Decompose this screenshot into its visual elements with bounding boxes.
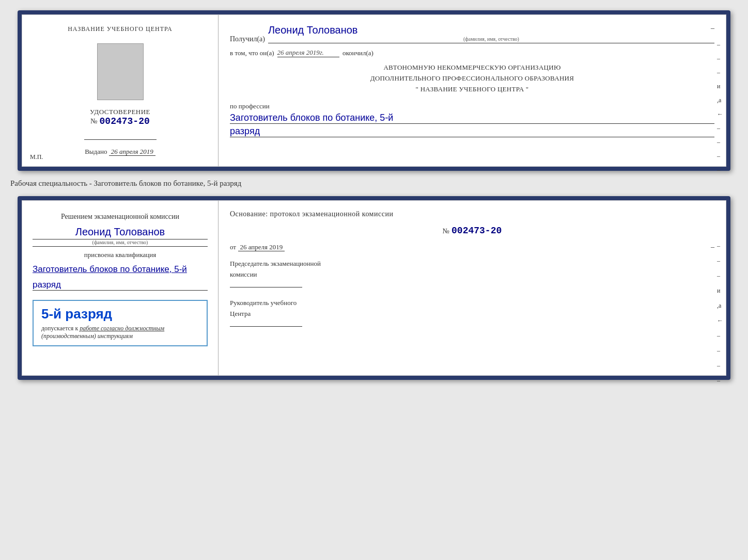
from-dash: –	[711, 243, 714, 251]
cert1-issued-line: Выдано 26 апреля 2019	[85, 148, 155, 156]
cert1-signature-line	[84, 139, 157, 140]
cert1-number-value: 002473-20	[100, 116, 150, 126]
photo-placeholder	[97, 43, 144, 100]
cert1-left-panel: НАЗВАНИЕ УЧЕБНОГО ЦЕНТРА УДОСТОВЕРЕНИЕ №…	[22, 15, 219, 166]
fio-sublabel: (фамилия, имя, отчество)	[268, 36, 714, 42]
head-label2: Центра	[230, 309, 714, 319]
rank-value: разряд	[230, 126, 714, 137]
separator-label: Рабочая специальность - Заготовитель бло…	[10, 177, 241, 190]
side-marks: – – – и ,а ← – – – –	[717, 41, 723, 174]
cert1-school-name: НАЗВАНИЕ УЧЕБНОГО ЦЕНТРА	[68, 25, 173, 33]
допускается-work-text: работе согласно должностным	[80, 325, 164, 332]
date-line: в том, что он(а) 26 апреля 2019г. окончи…	[230, 49, 714, 57]
chairman-block: Председатель экзаменационной комиссии	[230, 259, 714, 291]
cert2-fio-sublabel: (фамилия, имя, отчество)	[33, 239, 208, 245]
commission-title: Решением экзаменационной комиссии	[33, 211, 208, 222]
org-line1: АВТОНОМНУЮ НЕКОММЕРЧЕСКУЮ ОРГАНИЗАЦИЮ	[230, 62, 714, 73]
cert1-right-panel: Получил(а) Леонид Толованов – (фамилия, …	[219, 15, 726, 166]
cert2-person-name: Леонид Толованов	[33, 226, 208, 239]
chairman-label2: комиссии	[230, 269, 714, 280]
chairman-sign-line	[230, 287, 302, 287]
assigned-label: присвоена квалификация	[33, 251, 208, 259]
org-line3: " НАЗВАНИЕ УЧЕБНОГО ЦЕНТРА "	[230, 84, 714, 95]
head-label1: Руководитель учебного	[230, 298, 714, 309]
profession-value: Заготовитель блоков по ботанике, 5-й	[230, 113, 714, 124]
rank-big-text: 5-й разряд	[41, 306, 199, 322]
from-date-value: 26 апреля 2019	[238, 243, 285, 251]
org-block: АВТОНОМНУЮ НЕКОММЕРЧЕСКУЮ ОРГАНИЗАЦИЮ ДО…	[230, 62, 714, 94]
cert2-profession-value: Заготовитель блоков по ботанике, 5-й	[33, 263, 208, 276]
certificate-1: НАЗВАНИЕ УЧЕБНОГО ЦЕНТРА УДОСТОВЕРЕНИЕ №…	[18, 10, 730, 171]
cert1-number-block: УДОСТОВЕРЕНИЕ № 002473-20	[90, 108, 150, 126]
profession-block: по профессии Заготовитель блоков по бота…	[230, 102, 714, 137]
basis-title: Основание: протокол экзаменационной коми…	[230, 210, 714, 218]
from-date-line: от 26 апреля 2019 –	[230, 243, 714, 251]
cert1-number-prefix: №	[90, 117, 97, 125]
certificate-2: Решением экзаменационной комиссии Леонид…	[18, 196, 730, 380]
cert2-number-prefix: №	[443, 227, 449, 235]
cert1-issued-prefix: Выдано	[85, 148, 107, 155]
date-prefix: в том, что он(а)	[230, 49, 274, 57]
rank-highlighted-box: 5-й разряд допускается к работе согласно…	[33, 300, 208, 346]
head-block: Руководитель учебного Центра	[230, 298, 714, 330]
cert2-right-panel: Основание: протокол экзаменационной коми…	[219, 201, 726, 375]
profession-label: по профессии	[230, 102, 714, 110]
recipient-prefix: Получил(а)	[230, 35, 265, 43]
cert2-side-marks: – – – и ,а ← – – – –	[717, 242, 723, 385]
chairman-label: Председатель экзаменационной	[230, 259, 714, 269]
recipient-name: Леонид Толованов	[268, 24, 358, 37]
head-sign-line	[230, 326, 302, 327]
допускается-text: допускается к работе согласно должностны…	[41, 325, 199, 340]
org-line2: ДОПОЛНИТЕЛЬНОГО ПРОФЕССИОНАЛЬНОГО ОБРАЗО…	[230, 73, 714, 84]
recipient-line: Получил(а) Леонид Толованов – (фамилия, …	[230, 24, 714, 43]
cert2-left-panel: Решением экзаменационной комиссии Леонид…	[22, 201, 219, 375]
cert2-rank-value: разряд	[33, 280, 208, 291]
date-suffix: окончил(а)	[342, 49, 373, 57]
date-value: 26 апреля 2019г.	[277, 49, 339, 57]
mp-label: М.П.	[30, 153, 43, 161]
инструкции-text: (производственным) инструкциям	[41, 332, 133, 340]
cert2-inner: Решением экзаменационной комиссии Леонид…	[22, 200, 726, 376]
from-prefix: от	[230, 243, 236, 251]
cert1-inner: НАЗВАНИЕ УЧЕБНОГО ЦЕНТРА УДОСТОВЕРЕНИЕ №…	[22, 14, 726, 167]
protocol-number: 002473-20	[451, 226, 502, 236]
допускается-prefix: допускается к	[41, 325, 78, 332]
cert1-doc-type: УДОСТОВЕРЕНИЕ	[90, 108, 150, 116]
cert1-issued-date: 26 апреля 2019	[109, 148, 155, 156]
